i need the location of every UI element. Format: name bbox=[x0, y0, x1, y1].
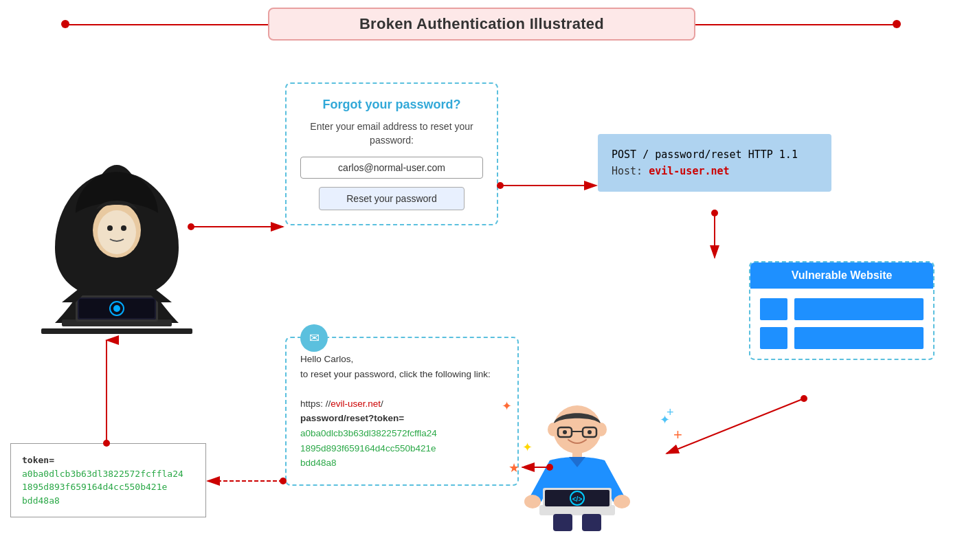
http-request-panel: POST / password/reset HTTP 1.1 Host: evi… bbox=[598, 134, 831, 192]
svg-text:</>: </> bbox=[572, 495, 583, 503]
svg-point-3 bbox=[121, 225, 126, 231]
email-input[interactable] bbox=[300, 157, 483, 179]
forgot-password-panel: Forgot your password? Enter your email a… bbox=[285, 82, 498, 225]
email-desc: to reset your password, click the follow… bbox=[300, 369, 491, 379]
svg-rect-28 bbox=[582, 514, 601, 531]
svg-rect-27 bbox=[553, 514, 572, 531]
http-line1: POST / password/reset HTTP 1.1 bbox=[612, 146, 818, 163]
svg-point-18 bbox=[588, 430, 592, 434]
vuln-block-large-2 bbox=[794, 327, 924, 349]
sparkle-3: ✦ bbox=[522, 440, 533, 455]
email-panel: ✉ Hello Carlos, to reset your password, … bbox=[285, 337, 519, 486]
svg-point-21 bbox=[614, 495, 630, 508]
hacker-figure bbox=[41, 158, 192, 337]
email-link-path: / bbox=[381, 399, 383, 409]
http-host: Host: evil-user.net bbox=[612, 163, 818, 179]
svg-point-9 bbox=[113, 305, 120, 312]
svg-point-1 bbox=[98, 210, 136, 254]
svg-point-2 bbox=[107, 225, 113, 231]
vuln-block-small-2 bbox=[760, 327, 787, 349]
token-value: a0ba0dlcb3b63dl3822572fcffla241895d893f6… bbox=[22, 469, 183, 506]
forgot-panel-desc: Enter your email address to reset your p… bbox=[300, 120, 483, 147]
svg-rect-10 bbox=[41, 328, 192, 334]
sparkle-4: ★ bbox=[508, 460, 519, 475]
vulnerable-website-panel: Vulnerable Website bbox=[749, 261, 935, 360]
http-host-label: Host: bbox=[612, 165, 649, 177]
email-token-value: a0ba0dlcb3b63dl3822572fcffla241895d893f6… bbox=[300, 428, 437, 468]
title-bar: Broken Authentication Illustrated bbox=[268, 8, 695, 41]
sparkle-6: + bbox=[673, 426, 682, 444]
email-icon: ✉ bbox=[300, 324, 328, 352]
email-link-prefix: https: // bbox=[300, 399, 331, 409]
http-host-value: evil-user.net bbox=[649, 165, 729, 177]
svg-line-38 bbox=[667, 399, 804, 453]
svg-point-17 bbox=[563, 430, 567, 434]
reset-password-button[interactable]: Reset your password bbox=[319, 187, 465, 210]
sparkle-5: + bbox=[667, 405, 674, 420]
user-figure: </> bbox=[508, 399, 646, 543]
svg-point-13 bbox=[596, 423, 607, 436]
vuln-row-1 bbox=[760, 298, 924, 320]
svg-point-37 bbox=[711, 210, 718, 216]
vuln-block-small-1 bbox=[760, 298, 787, 320]
token-label: token= bbox=[22, 455, 54, 465]
token-panel: token= a0ba0dlcb3b63dl3822572fcffla24189… bbox=[10, 443, 206, 517]
svg-point-20 bbox=[524, 495, 541, 508]
forgot-panel-title: Forgot your password? bbox=[300, 98, 483, 112]
email-link-host: evil-user.net bbox=[331, 399, 381, 409]
svg-point-11 bbox=[553, 405, 601, 453]
vuln-panel-content bbox=[750, 298, 933, 349]
email-greeting: Hello Carlos, bbox=[300, 354, 353, 364]
sparkle-1: ✦ bbox=[502, 399, 512, 414]
svg-point-39 bbox=[801, 395, 807, 402]
email-body: Hello Carlos, to reset your password, cl… bbox=[300, 352, 504, 471]
vuln-panel-header: Vulnerable Website bbox=[750, 262, 933, 289]
vuln-block-large-1 bbox=[794, 298, 924, 320]
vuln-row-2 bbox=[760, 327, 924, 349]
svg-point-12 bbox=[548, 423, 559, 436]
email-token-label: password/reset?token= bbox=[300, 413, 404, 423]
page-title: Broken Authentication Illustrated bbox=[359, 15, 604, 33]
